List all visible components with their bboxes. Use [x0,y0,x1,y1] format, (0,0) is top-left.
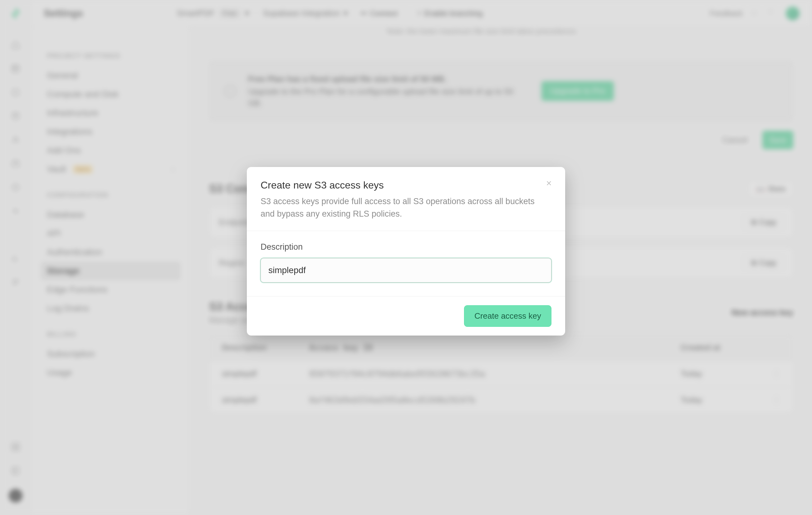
modal-description: S3 access keys provide full access to al… [261,195,542,220]
close-icon[interactable] [544,178,554,188]
description-label: Description [261,242,551,252]
modal-overlay[interactable]: Create new S3 access keys S3 access keys… [0,0,812,515]
description-input[interactable] [261,258,551,283]
create-s3-key-modal: Create new S3 access keys S3 access keys… [247,167,565,335]
create-access-key-button[interactable]: Create access key [464,305,551,327]
modal-title: Create new S3 access keys [261,179,551,191]
